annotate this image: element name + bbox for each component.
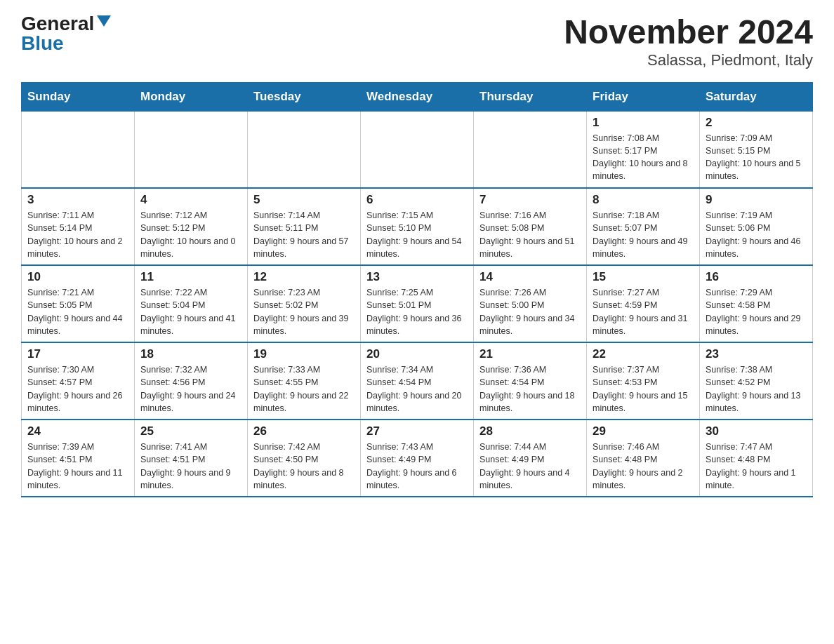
calendar-title: November 2024: [564, 14, 813, 51]
weekday-header-monday: Monday: [135, 82, 248, 111]
calendar-cell: 2Sunrise: 7:09 AM Sunset: 5:15 PM Daylig…: [700, 111, 813, 188]
calendar-cell: 16Sunrise: 7:29 AM Sunset: 4:58 PM Dayli…: [700, 265, 813, 342]
calendar-cell: 7Sunrise: 7:16 AM Sunset: 5:08 PM Daylig…: [474, 188, 587, 265]
day-number: 16: [706, 270, 807, 284]
day-info: Sunrise: 7:25 AM Sunset: 5:01 PM Dayligh…: [366, 286, 468, 337]
day-number: 14: [479, 270, 581, 284]
day-info: Sunrise: 7:38 AM Sunset: 4:52 PM Dayligh…: [706, 363, 807, 415]
day-info: Sunrise: 7:09 AM Sunset: 5:15 PM Dayligh…: [706, 132, 807, 183]
calendar-cell: 9Sunrise: 7:19 AM Sunset: 5:06 PM Daylig…: [700, 188, 813, 265]
day-number: 8: [593, 193, 694, 207]
day-number: 10: [27, 270, 128, 284]
day-number: 6: [366, 193, 468, 207]
weekday-header-saturday: Saturday: [700, 82, 813, 111]
day-info: Sunrise: 7:43 AM Sunset: 4:49 PM Dayligh…: [366, 441, 468, 492]
day-number: 5: [253, 193, 355, 207]
weekday-header-row: SundayMondayTuesdayWednesdayThursdayFrid…: [22, 82, 813, 111]
day-number: 25: [140, 424, 241, 438]
day-number: 19: [253, 347, 355, 361]
day-number: 18: [140, 347, 241, 361]
day-number: 27: [366, 424, 468, 438]
day-info: Sunrise: 7:22 AM Sunset: 5:04 PM Dayligh…: [140, 286, 241, 337]
calendar-cell: 15Sunrise: 7:27 AM Sunset: 4:59 PM Dayli…: [587, 265, 700, 342]
calendar-cell: 29Sunrise: 7:46 AM Sunset: 4:48 PM Dayli…: [587, 420, 700, 497]
week-row-3: 10Sunrise: 7:21 AM Sunset: 5:05 PM Dayli…: [22, 265, 813, 342]
calendar-cell: 14Sunrise: 7:26 AM Sunset: 5:00 PM Dayli…: [474, 265, 587, 342]
calendar-cell: 27Sunrise: 7:43 AM Sunset: 4:49 PM Dayli…: [361, 420, 474, 497]
day-info: Sunrise: 7:29 AM Sunset: 4:58 PM Dayligh…: [706, 286, 807, 337]
calendar-cell: 13Sunrise: 7:25 AM Sunset: 5:01 PM Dayli…: [361, 265, 474, 342]
day-info: Sunrise: 7:19 AM Sunset: 5:06 PM Dayligh…: [706, 209, 807, 260]
day-info: Sunrise: 7:33 AM Sunset: 4:55 PM Dayligh…: [253, 363, 355, 415]
day-number: 15: [593, 270, 694, 284]
day-number: 26: [253, 424, 355, 438]
calendar-cell: [135, 111, 248, 188]
week-row-2: 3Sunrise: 7:11 AM Sunset: 5:14 PM Daylig…: [22, 188, 813, 265]
day-info: Sunrise: 7:08 AM Sunset: 5:17 PM Dayligh…: [593, 132, 694, 183]
day-info: Sunrise: 7:14 AM Sunset: 5:11 PM Dayligh…: [253, 209, 355, 260]
logo-triangle-icon: [97, 15, 111, 27]
day-info: Sunrise: 7:12 AM Sunset: 5:12 PM Dayligh…: [140, 209, 241, 260]
day-number: 9: [706, 193, 807, 207]
calendar-cell: [22, 111, 135, 188]
day-number: 12: [253, 270, 355, 284]
calendar-cell: 8Sunrise: 7:18 AM Sunset: 5:07 PM Daylig…: [587, 188, 700, 265]
calendar-cell: 19Sunrise: 7:33 AM Sunset: 4:55 PM Dayli…: [248, 342, 361, 420]
day-info: Sunrise: 7:16 AM Sunset: 5:08 PM Dayligh…: [479, 209, 581, 260]
day-info: Sunrise: 7:47 AM Sunset: 4:48 PM Dayligh…: [706, 441, 807, 492]
calendar-cell: 17Sunrise: 7:30 AM Sunset: 4:57 PM Dayli…: [22, 342, 135, 420]
day-number: 20: [366, 347, 468, 361]
day-number: 3: [27, 193, 128, 207]
calendar-cell: [248, 111, 361, 188]
weekday-header-wednesday: Wednesday: [361, 82, 474, 111]
calendar-cell: 28Sunrise: 7:44 AM Sunset: 4:49 PM Dayli…: [474, 420, 587, 497]
day-info: Sunrise: 7:36 AM Sunset: 4:54 PM Dayligh…: [479, 363, 581, 415]
calendar-cell: 3Sunrise: 7:11 AM Sunset: 5:14 PM Daylig…: [22, 188, 135, 265]
calendar-cell: 21Sunrise: 7:36 AM Sunset: 4:54 PM Dayli…: [474, 342, 587, 420]
logo-blue-text: Blue: [21, 34, 64, 53]
day-number: 30: [706, 424, 807, 438]
calendar-subtitle: Salassa, Piedmont, Italy: [564, 51, 813, 69]
day-info: Sunrise: 7:44 AM Sunset: 4:49 PM Dayligh…: [479, 441, 581, 492]
weekday-header-tuesday: Tuesday: [248, 82, 361, 111]
calendar-cell: 25Sunrise: 7:41 AM Sunset: 4:51 PM Dayli…: [135, 420, 248, 497]
calendar-cell: 1Sunrise: 7:08 AM Sunset: 5:17 PM Daylig…: [587, 111, 700, 188]
calendar-cell: 20Sunrise: 7:34 AM Sunset: 4:54 PM Dayli…: [361, 342, 474, 420]
calendar-cell: [474, 111, 587, 188]
day-info: Sunrise: 7:11 AM Sunset: 5:14 PM Dayligh…: [27, 209, 128, 260]
day-info: Sunrise: 7:42 AM Sunset: 4:50 PM Dayligh…: [253, 441, 355, 492]
day-number: 13: [366, 270, 468, 284]
calendar-cell: 18Sunrise: 7:32 AM Sunset: 4:56 PM Dayli…: [135, 342, 248, 420]
day-info: Sunrise: 7:39 AM Sunset: 4:51 PM Dayligh…: [27, 441, 128, 492]
weekday-header-friday: Friday: [587, 82, 700, 111]
day-info: Sunrise: 7:18 AM Sunset: 5:07 PM Dayligh…: [593, 209, 694, 260]
week-row-5: 24Sunrise: 7:39 AM Sunset: 4:51 PM Dayli…: [22, 420, 813, 497]
day-number: 28: [479, 424, 581, 438]
day-number: 2: [706, 116, 807, 130]
calendar-cell: 24Sunrise: 7:39 AM Sunset: 4:51 PM Dayli…: [22, 420, 135, 497]
day-info: Sunrise: 7:23 AM Sunset: 5:02 PM Dayligh…: [253, 286, 355, 337]
calendar-cell: 10Sunrise: 7:21 AM Sunset: 5:05 PM Dayli…: [22, 265, 135, 342]
day-number: 24: [27, 424, 128, 438]
day-number: 17: [27, 347, 128, 361]
weekday-header-thursday: Thursday: [474, 82, 587, 111]
calendar-table: SundayMondayTuesdayWednesdayThursdayFrid…: [21, 82, 813, 498]
day-info: Sunrise: 7:32 AM Sunset: 4:56 PM Dayligh…: [140, 363, 241, 415]
day-number: 11: [140, 270, 241, 284]
day-number: 1: [593, 116, 694, 130]
calendar-cell: 12Sunrise: 7:23 AM Sunset: 5:02 PM Dayli…: [248, 265, 361, 342]
day-number: 7: [479, 193, 581, 207]
calendar-cell: 6Sunrise: 7:15 AM Sunset: 5:10 PM Daylig…: [361, 188, 474, 265]
day-info: Sunrise: 7:46 AM Sunset: 4:48 PM Dayligh…: [593, 441, 694, 492]
day-info: Sunrise: 7:15 AM Sunset: 5:10 PM Dayligh…: [366, 209, 468, 260]
day-number: 4: [140, 193, 241, 207]
day-number: 23: [706, 347, 807, 361]
day-info: Sunrise: 7:34 AM Sunset: 4:54 PM Dayligh…: [366, 363, 468, 415]
calendar-cell: 11Sunrise: 7:22 AM Sunset: 5:04 PM Dayli…: [135, 265, 248, 342]
day-number: 21: [479, 347, 581, 361]
weekday-header-sunday: Sunday: [22, 82, 135, 111]
calendar-cell: [361, 111, 474, 188]
calendar-cell: 22Sunrise: 7:37 AM Sunset: 4:53 PM Dayli…: [587, 342, 700, 420]
day-info: Sunrise: 7:21 AM Sunset: 5:05 PM Dayligh…: [27, 286, 128, 337]
calendar-cell: 26Sunrise: 7:42 AM Sunset: 4:50 PM Dayli…: [248, 420, 361, 497]
